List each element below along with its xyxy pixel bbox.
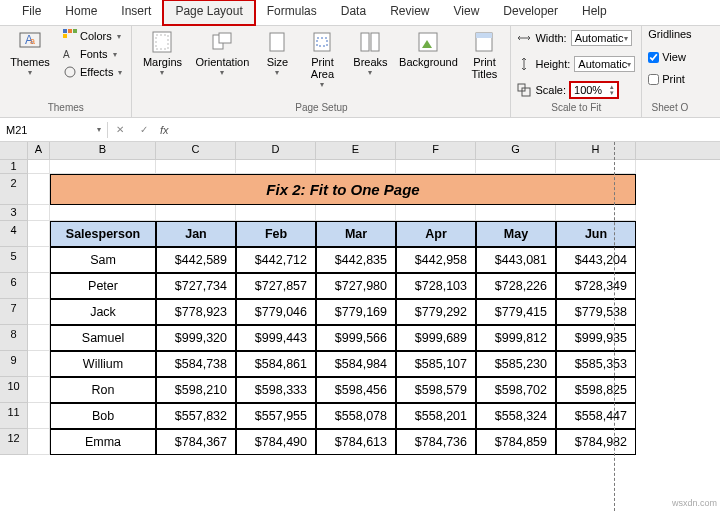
table-header[interactable]: Apr — [396, 221, 476, 247]
cell[interactable] — [28, 273, 50, 299]
col-header-a[interactable]: A — [28, 142, 50, 159]
gridlines-print-checkbox[interactable] — [648, 74, 659, 85]
col-header-h[interactable]: H — [556, 142, 636, 159]
table-header[interactable]: Mar — [316, 221, 396, 247]
cell[interactable] — [28, 429, 50, 455]
table-cell-value[interactable]: $558,447 — [556, 403, 636, 429]
tab-help[interactable]: Help — [570, 0, 619, 25]
table-cell-value[interactable]: $727,857 — [236, 273, 316, 299]
table-cell-value[interactable]: $727,980 — [316, 273, 396, 299]
name-box[interactable]: M21 ▾ — [0, 122, 108, 138]
table-cell-value[interactable]: $585,353 — [556, 351, 636, 377]
title-cell[interactable]: Fix 2: Fit to One Page — [50, 174, 636, 205]
table-cell-value[interactable]: $999,935 — [556, 325, 636, 351]
row-header-5[interactable]: 5 — [0, 247, 28, 273]
row-header-9[interactable]: 9 — [0, 351, 28, 377]
table-cell-value[interactable]: $585,107 — [396, 351, 476, 377]
row-header-10[interactable]: 10 — [0, 377, 28, 403]
table-cell-value[interactable]: $784,982 — [556, 429, 636, 455]
gridlines-view-checkbox[interactable] — [648, 52, 659, 63]
cell[interactable] — [396, 160, 476, 174]
table-cell-value[interactable]: $442,958 — [396, 247, 476, 273]
tab-data[interactable]: Data — [329, 0, 378, 25]
cancel-formula-icon[interactable]: ✕ — [108, 124, 132, 135]
table-cell-value[interactable]: $584,738 — [156, 351, 236, 377]
cell[interactable] — [28, 247, 50, 273]
table-cell-value[interactable]: $999,689 — [396, 325, 476, 351]
tab-developer[interactable]: Developer — [491, 0, 570, 25]
col-header-e[interactable]: E — [316, 142, 396, 159]
col-header-b[interactable]: B — [50, 142, 156, 159]
tab-file[interactable]: File — [10, 0, 53, 25]
print-area-button[interactable]: Print Area▾ — [302, 28, 342, 91]
table-cell-value[interactable]: $557,832 — [156, 403, 236, 429]
row-header-8[interactable]: 8 — [0, 325, 28, 351]
table-cell-value[interactable]: $442,589 — [156, 247, 236, 273]
table-cell-name[interactable]: Ron — [50, 377, 156, 403]
cell[interactable] — [556, 205, 636, 221]
table-cell-value[interactable]: $784,490 — [236, 429, 316, 455]
tab-review[interactable]: Review — [378, 0, 441, 25]
table-cell-value[interactable]: $784,367 — [156, 429, 236, 455]
table-cell-value[interactable]: $584,984 — [316, 351, 396, 377]
table-cell-value[interactable]: $778,923 — [156, 299, 236, 325]
fx-label[interactable]: fx — [156, 124, 173, 136]
table-cell-value[interactable]: $728,349 — [556, 273, 636, 299]
row-header-3[interactable]: 3 — [0, 205, 28, 221]
orientation-button[interactable]: Orientation▾ — [192, 28, 252, 79]
table-cell-value[interactable]: $585,230 — [476, 351, 556, 377]
row-header-11[interactable]: 11 — [0, 403, 28, 429]
row-header-12[interactable]: 12 — [0, 429, 28, 455]
cell[interactable] — [28, 351, 50, 377]
table-cell-value[interactable]: $557,955 — [236, 403, 316, 429]
table-cell-name[interactable]: Sam — [50, 247, 156, 273]
table-cell-value[interactable]: $999,812 — [476, 325, 556, 351]
select-all-corner[interactable] — [0, 142, 28, 159]
tab-formulas[interactable]: Formulas — [255, 0, 329, 25]
table-cell-value[interactable]: $598,702 — [476, 377, 556, 403]
table-cell-name[interactable]: Samuel — [50, 325, 156, 351]
cell[interactable] — [28, 205, 50, 221]
tab-insert[interactable]: Insert — [109, 0, 163, 25]
table-cell-value[interactable]: $443,081 — [476, 247, 556, 273]
margins-button[interactable]: Margins▾ — [138, 28, 186, 79]
cell[interactable] — [316, 205, 396, 221]
row-header-2[interactable]: 2 — [0, 174, 28, 205]
table-cell-value[interactable]: $999,443 — [236, 325, 316, 351]
table-cell-value[interactable]: $728,103 — [396, 273, 476, 299]
table-cell-name[interactable]: Emma — [50, 429, 156, 455]
tab-page-layout[interactable]: Page Layout — [163, 0, 254, 25]
row-header-7[interactable]: 7 — [0, 299, 28, 325]
cell[interactable] — [28, 377, 50, 403]
tab-home[interactable]: Home — [53, 0, 109, 25]
table-cell-value[interactable]: $442,712 — [236, 247, 316, 273]
themes-button[interactable]: Aa Themes ▾ — [6, 28, 54, 79]
table-cell-value[interactable]: $598,456 — [316, 377, 396, 403]
table-cell-value[interactable]: $999,320 — [156, 325, 236, 351]
table-cell-value[interactable]: $558,324 — [476, 403, 556, 429]
table-cell-value[interactable]: $779,046 — [236, 299, 316, 325]
table-header[interactable]: Jun — [556, 221, 636, 247]
cell[interactable] — [28, 403, 50, 429]
width-select[interactable]: Automatic▾ — [571, 30, 632, 46]
table-cell-value[interactable]: $598,579 — [396, 377, 476, 403]
table-header[interactable]: Jan — [156, 221, 236, 247]
row-header-6[interactable]: 6 — [0, 273, 28, 299]
cell[interactable] — [396, 205, 476, 221]
table-cell-value[interactable]: $779,169 — [316, 299, 396, 325]
table-header[interactable]: Salesperson — [50, 221, 156, 247]
table-cell-name[interactable]: Jack — [50, 299, 156, 325]
breaks-button[interactable]: Breaks▾ — [348, 28, 392, 79]
size-button[interactable]: Size▾ — [258, 28, 296, 79]
formula-input[interactable] — [173, 122, 720, 138]
table-cell-value[interactable]: $779,292 — [396, 299, 476, 325]
table-cell-value[interactable]: $558,201 — [396, 403, 476, 429]
tab-view[interactable]: View — [442, 0, 492, 25]
table-cell-value[interactable]: $598,210 — [156, 377, 236, 403]
table-cell-value[interactable]: $443,204 — [556, 247, 636, 273]
col-header-c[interactable]: C — [156, 142, 236, 159]
height-select[interactable]: Automatic▾ — [574, 56, 635, 72]
table-cell-value[interactable]: $727,734 — [156, 273, 236, 299]
table-cell-value[interactable]: $598,333 — [236, 377, 316, 403]
cell[interactable] — [476, 160, 556, 174]
